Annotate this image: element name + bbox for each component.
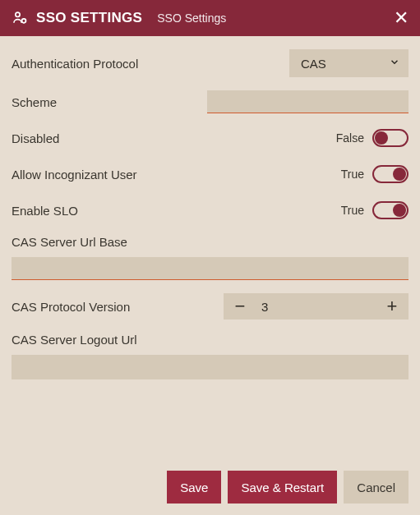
cas-protocol-version-value[interactable]: 3 (256, 300, 376, 314)
field-disabled: Disabled False (12, 120, 408, 156)
scheme-label: Scheme (12, 95, 207, 109)
auth-protocol-label: Authentication Protocol (12, 57, 289, 71)
stepper-plus-button[interactable]: + (376, 293, 408, 320)
cas-logout-url-label: CAS Server Logout Url (12, 333, 408, 347)
chevron-down-icon (389, 57, 400, 71)
dialog-subtitle: SSO Settings (157, 11, 226, 25)
field-auth-protocol: Authentication Protocol CAS (12, 43, 408, 84)
enable-slo-value-text: True (341, 204, 364, 217)
field-cas-protocol-version: CAS Protocol Version − 3 + (12, 287, 408, 326)
enable-slo-label: Enable SLO (12, 204, 341, 218)
stepper-minus-button[interactable]: − (224, 293, 256, 320)
auth-protocol-value: CAS (301, 57, 326, 71)
cas-protocol-version-stepper: − 3 + (224, 293, 408, 320)
cas-protocol-version-label: CAS Protocol Version (12, 300, 224, 314)
field-cas-url-base: CAS Server Url Base (12, 228, 408, 287)
auth-protocol-select[interactable]: CAS (289, 49, 408, 77)
disabled-toggle[interactable] (372, 129, 408, 147)
disabled-value-text: False (336, 131, 364, 145)
allow-incognizant-label: Allow Incognizant User (12, 168, 341, 182)
field-allow-incognizant: Allow Incognizant User True (12, 156, 408, 192)
allow-incognizant-toggle[interactable] (372, 165, 408, 183)
scheme-input[interactable] (207, 90, 408, 113)
cancel-button[interactable]: Cancel (344, 471, 408, 504)
cas-logout-url-input[interactable] (12, 355, 408, 379)
sso-settings-icon (12, 10, 28, 26)
cas-url-base-input[interactable] (12, 257, 408, 280)
save-restart-button[interactable]: Save & Restart (228, 471, 337, 504)
dialog-title: SSO SETTINGS (36, 10, 142, 26)
field-cas-logout-url: CAS Server Logout Url (12, 326, 408, 386)
field-scheme: Scheme (12, 84, 408, 120)
dialog-content: Authentication Protocol CAS Scheme Disab… (0, 36, 420, 459)
cas-url-base-label: CAS Server Url Base (12, 235, 408, 249)
save-button[interactable]: Save (167, 471, 221, 504)
close-icon[interactable]: ✕ (394, 9, 408, 27)
dialog-footer: Save Save & Restart Cancel (0, 459, 420, 515)
field-enable-slo: Enable SLO True (12, 192, 408, 228)
enable-slo-toggle[interactable] (372, 201, 408, 219)
svg-point-0 (16, 12, 20, 16)
dialog-header: SSO SETTINGS SSO Settings ✕ (0, 0, 420, 36)
disabled-label: Disabled (12, 131, 336, 145)
allow-incognizant-value-text: True (341, 168, 364, 181)
